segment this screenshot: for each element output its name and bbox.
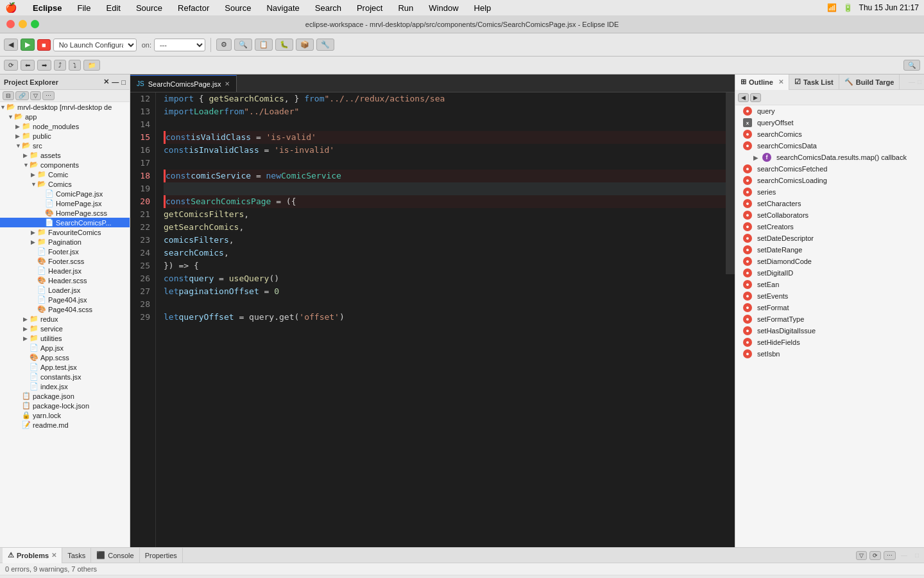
toolbar-btn-6[interactable]: 🔧 bbox=[316, 39, 334, 51]
problems-close[interactable]: ✕ bbox=[51, 552, 56, 559]
menu-source[interactable]: Source bbox=[133, 3, 165, 13]
bottom-min-icon[interactable]: — bbox=[898, 552, 910, 559]
outline-item[interactable]: ●setCollaborators bbox=[735, 209, 924, 221]
outline-item[interactable]: ●searchComics bbox=[735, 128, 924, 140]
tree-item-comic[interactable]: ▶📁Comic bbox=[0, 170, 130, 179]
editor-tab-close[interactable]: ✕ bbox=[225, 80, 230, 87]
tree-item-service[interactable]: ▶📁service bbox=[0, 324, 130, 333]
editor-tab-searchcomicspage[interactable]: JS SearchComicsPage.jsx ✕ bbox=[130, 75, 237, 92]
tree-item-page404-jsx[interactable]: 📄Page404.jsx bbox=[0, 295, 130, 304]
pe-close-icon[interactable]: ✕ bbox=[103, 78, 109, 86]
outline-back-btn[interactable]: ◀ bbox=[738, 93, 749, 102]
minimize-button[interactable] bbox=[19, 20, 27, 28]
tree-item-pagination[interactable]: ▶📁Pagination bbox=[0, 237, 130, 247]
tree-arrow[interactable]: ▶ bbox=[31, 171, 37, 178]
code-editor[interactable]: 121314151617181920212223242526272829 imp… bbox=[130, 92, 735, 547]
toolbar2-btn4[interactable]: ⤴ bbox=[54, 60, 66, 71]
toolbar-btn-5[interactable]: 📦 bbox=[296, 39, 314, 51]
outline-item[interactable]: ▶fsearchComicsData.results.map() callbac… bbox=[735, 152, 924, 163]
outline-item[interactable]: ●series bbox=[735, 186, 924, 198]
menu-eclipse[interactable]: Eclipse bbox=[30, 3, 65, 13]
tree-item-loader-jsx[interactable]: 📄Loader.jsx bbox=[0, 285, 130, 295]
tree-arrow[interactable]: ▶ bbox=[15, 133, 22, 139]
pe-filter-btn[interactable]: ▽ bbox=[30, 91, 41, 100]
outline-item[interactable]: ●setEan bbox=[735, 279, 924, 290]
back-button[interactable]: ◀ bbox=[4, 39, 18, 51]
tree-arrow[interactable]: ▶ bbox=[23, 316, 30, 322]
outline-item[interactable]: ●setDateDescriptor bbox=[735, 232, 924, 244]
outline-item[interactable]: ●searchComicsFetched bbox=[735, 163, 924, 175]
menu-source2[interactable]: Source bbox=[222, 3, 253, 13]
tree-arrow[interactable]: ▼ bbox=[0, 104, 6, 110]
tree-arrow[interactable]: ▶ bbox=[23, 326, 30, 332]
bottom-tab-properties[interactable]: Properties bbox=[140, 548, 183, 563]
outline-item[interactable]: ●setCreators bbox=[735, 221, 924, 232]
run-target-select[interactable]: --- bbox=[154, 39, 205, 51]
outline-max-icon[interactable]: □ bbox=[918, 78, 921, 85]
outline-item[interactable]: ●setEvents bbox=[735, 290, 924, 302]
tree-item-yarn-lock[interactable]: 🔒yarn.lock bbox=[0, 410, 130, 420]
tree-item-assets[interactable]: ▶📁assets bbox=[0, 150, 130, 160]
bottom-filter-btn[interactable]: ▽ bbox=[856, 551, 867, 560]
outline-item[interactable]: ●setIsbn bbox=[735, 348, 924, 360]
toolbar2-btn2[interactable]: ⬅ bbox=[21, 60, 35, 71]
outline-min-icon[interactable]: — bbox=[909, 78, 915, 85]
tree-item-constants-jsx[interactable]: 📄constants.jsx bbox=[0, 372, 130, 381]
tree-item-searchcomicsp---[interactable]: 📄SearchComicsP... bbox=[0, 218, 130, 227]
toolbar2-btn3[interactable]: ➡ bbox=[37, 60, 51, 71]
menu-navigate[interactable]: Navigate bbox=[264, 3, 302, 13]
run-button[interactable]: ▶ bbox=[21, 39, 35, 51]
outline-item[interactable]: xqueryOffset bbox=[735, 117, 924, 128]
tree-item-footer-scss[interactable]: 🎨Footer.scss bbox=[0, 256, 130, 266]
tree-arrow[interactable]: ▼ bbox=[8, 114, 14, 120]
tree-item-components[interactable]: ▼📂components bbox=[0, 160, 130, 170]
tree-item-favouritecomics[interactable]: ▶📁FavouriteComics bbox=[0, 227, 130, 237]
outline-tab-tasklist[interactable]: ☑ Task List bbox=[789, 74, 839, 90]
tree-item-page404-scss[interactable]: 🎨Page404.scss bbox=[0, 304, 130, 314]
outline-item[interactable]: ●setDateRange bbox=[735, 244, 924, 256]
outline-item[interactable]: ●setDigitalID bbox=[735, 267, 924, 279]
tree-item-src[interactable]: ▼📂src bbox=[0, 141, 130, 150]
tree-item-readme-md[interactable]: 📝readme.md bbox=[0, 420, 130, 430]
search-toolbar-btn[interactable]: 🔍 bbox=[903, 60, 920, 71]
tree-item-redux[interactable]: ▶📁redux bbox=[0, 314, 130, 324]
tree-item-app-test-jsx[interactable]: 📄App.test.jsx bbox=[0, 362, 130, 372]
tree-item-utilities[interactable]: ▶📁utilities bbox=[0, 333, 130, 343]
tree-item-mrvl-desktop--mrvl-desktop-de[interactable]: ▼📂mrvl-desktop [mrvl-desktop de bbox=[0, 102, 130, 112]
tree-item-app[interactable]: ▼📂app bbox=[0, 112, 130, 121]
outline-item[interactable]: ●setHideFields bbox=[735, 337, 924, 348]
tree-item-comics[interactable]: ▼📂Comics bbox=[0, 179, 130, 189]
tree-item-homepage-jsx[interactable]: 📄HomePage.jsx bbox=[0, 198, 130, 208]
tree-item-public[interactable]: ▶📁public bbox=[0, 131, 130, 141]
toolbar-btn-3[interactable]: 📋 bbox=[255, 39, 273, 51]
pe-max-icon[interactable]: □ bbox=[121, 78, 126, 86]
close-button[interactable] bbox=[6, 20, 15, 28]
tree-item-node-modules[interactable]: ▶📁node_modules bbox=[0, 121, 130, 131]
outline-expand-icon[interactable]: ▶ bbox=[753, 154, 758, 161]
pe-menu-btn[interactable]: ⋯ bbox=[42, 91, 55, 100]
toolbar-btn-4[interactable]: 🐛 bbox=[275, 39, 293, 51]
menu-window[interactable]: Window bbox=[426, 3, 461, 13]
outline-item[interactable]: ●searchComicsLoading bbox=[735, 175, 924, 186]
tree-item-index-jsx[interactable]: 📄index.jsx bbox=[0, 381, 130, 391]
menu-run[interactable]: Run bbox=[395, 3, 416, 13]
tree-item-app-jsx[interactable]: 📄App.jsx bbox=[0, 343, 130, 353]
stop-button[interactable]: ■ bbox=[37, 39, 51, 51]
code-content[interactable]: import { getSearchComics, } from "../../… bbox=[156, 92, 726, 547]
bottom-max-icon[interactable]: □ bbox=[912, 552, 921, 559]
toolbar2-btn5[interactable]: ⤵ bbox=[69, 60, 81, 71]
outline-fwd-btn[interactable]: ▶ bbox=[750, 93, 761, 102]
bottom-tab-console[interactable]: ⬛ Console bbox=[91, 548, 139, 563]
maximize-button[interactable] bbox=[31, 20, 39, 28]
outline-item[interactable]: ●setFormatType bbox=[735, 313, 924, 325]
outline-item[interactable]: ●setCharacters bbox=[735, 198, 924, 209]
bottom-tab-tasks[interactable]: Tasks bbox=[62, 548, 91, 563]
tree-item-app-scss[interactable]: 🎨App.scss bbox=[0, 353, 130, 362]
tree-item-comicpage-jsx[interactable]: 📄ComicPage.jsx bbox=[0, 189, 130, 198]
toolbar2-btn1[interactable]: ⟳ bbox=[4, 60, 18, 71]
toolbar-btn-1[interactable]: ⚙ bbox=[216, 39, 232, 51]
tree-item-header-jsx[interactable]: 📄Header.jsx bbox=[0, 266, 130, 276]
tree-arrow[interactable]: ▶ bbox=[31, 239, 37, 245]
tree-item-package-lock-json[interactable]: 📋package-lock.json bbox=[0, 401, 130, 410]
tree-arrow[interactable]: ▼ bbox=[23, 162, 30, 168]
